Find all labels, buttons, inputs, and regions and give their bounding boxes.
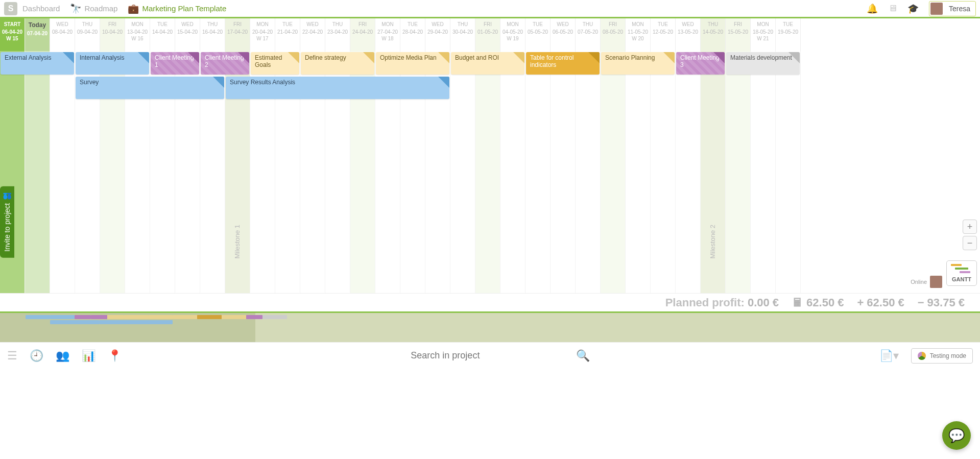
task-bar[interactable]: Define strategy (301, 52, 374, 75)
nav-dashboard-label: Dashboard (22, 4, 60, 13)
timeline-body[interactable]: External AnalysisInternal AnalysisClient… (0, 51, 980, 311)
day-column[interactable]: WED15-04-20 (175, 18, 200, 51)
task-bar[interactable]: Client Meeting 1 (151, 52, 199, 75)
gantt-view-button[interactable]: GANTT (946, 260, 977, 286)
top-header: S Dashboard 🔭 Roadmap 💼 Marketing Plan T… (0, 0, 980, 18)
day-column[interactable]: TUE28-04-20 (400, 18, 425, 51)
task-bar[interactable]: Internal Analysis (76, 52, 149, 75)
day-column[interactable]: TUE19-05-20 (776, 18, 801, 51)
user-menu[interactable]: Teresa (929, 1, 976, 16)
milestone-icon[interactable]: 📍 (108, 349, 122, 363)
nav-dashboard[interactable]: Dashboard (22, 4, 60, 13)
task-bar[interactable]: Survey (76, 77, 224, 99)
task-bar[interactable]: External Analysis (1, 52, 74, 75)
search-icon[interactable]: 🔍 (576, 349, 590, 363)
task-bar[interactable]: Table for control indicators (526, 52, 600, 75)
day-column[interactable]: WED22-04-20 (300, 18, 325, 51)
task-bar[interactable]: Materials development (726, 52, 800, 75)
day-column[interactable]: TUE14-04-20 (150, 18, 175, 51)
avatar (930, 3, 943, 15)
user-name: Teresa (949, 5, 970, 13)
day-column[interactable]: THU07-05-20 (576, 18, 601, 51)
clock-icon[interactable]: 🕘 (30, 349, 43, 363)
list-icon[interactable]: ☰ (7, 349, 17, 363)
day-column[interactable]: WED29-04-20 (425, 18, 450, 51)
monitor-icon[interactable]: 🖥 (888, 3, 897, 14)
planned-profit-value: 0.00 € (748, 296, 779, 309)
day-column[interactable]: THU14-05-20 (701, 18, 726, 51)
day-column[interactable]: MON04-05-20W 19 (500, 18, 525, 51)
minus-icon: − (918, 296, 924, 309)
footer-toolbar: ☰ 🕘 👥 📊 📍 🔍 📄▾ Testing mode (0, 342, 980, 369)
day-column[interactable]: MON20-04-20W 17 (250, 18, 275, 51)
pie-icon (918, 352, 926, 360)
milestone-label: Milestone 1 (233, 225, 241, 258)
day-column[interactable]: WED08-04-20 (50, 18, 75, 51)
day-column[interactable]: FRI10-04-20 (100, 18, 125, 51)
invite-to-project-tab[interactable]: Invite to project 👥 (0, 186, 14, 258)
day-column[interactable]: TUE05-05-20 (525, 18, 551, 51)
plus-value: 62.50 € (867, 296, 904, 309)
task-bar[interactable]: Optimize Media Plan (376, 52, 449, 75)
calculator-icon: 🖩 (792, 296, 803, 309)
day-column[interactable]: Today07-04-20 (25, 18, 50, 51)
day-column[interactable]: FRI01-05-20 (475, 18, 500, 51)
nav-project[interactable]: 💼 Marketing Plan Template (128, 3, 226, 14)
day-column[interactable]: FRI15-05-20 (726, 18, 751, 51)
mini-timeline[interactable] (0, 311, 980, 342)
day-column[interactable]: FRI17-04-20 (225, 18, 250, 51)
milestone-label: Milestone 2 (709, 225, 716, 258)
day-column[interactable]: FRI24-04-20 (350, 18, 375, 51)
testing-mode-button[interactable]: Testing mode (911, 348, 973, 364)
day-column[interactable]: WED13-05-20 (676, 18, 701, 51)
day-column[interactable]: FRI08-05-20 (601, 18, 626, 51)
search-input[interactable] (411, 350, 513, 361)
online-widget[interactable]: Online (911, 276, 942, 288)
day-column[interactable]: MON11-05-20W 20 (626, 18, 651, 51)
task-bar[interactable]: Scenario Planning (601, 52, 675, 75)
zoom-out-button[interactable]: − (963, 236, 977, 250)
task-bar[interactable]: Survey Results Analysis (226, 77, 449, 99)
nav-project-label: Marketing Plan Template (142, 4, 226, 13)
task-bar[interactable]: Budget and ROI (451, 52, 524, 75)
day-column[interactable]: MON27-04-20W 18 (375, 18, 400, 51)
task-bar[interactable]: Client Meeting 3 (676, 52, 725, 75)
profit-bar: Planned profit: 0.00 € 🖩 62.50 € + 62.50… (0, 293, 980, 311)
zoom-in-button[interactable]: + (963, 220, 977, 234)
day-column[interactable]: THU09-04-20 (75, 18, 100, 51)
day-column[interactable]: THU30-04-20 (450, 18, 475, 51)
day-column[interactable]: MON13-04-20W 16 (125, 18, 150, 51)
day-column[interactable]: THU16-04-20 (200, 18, 225, 51)
planned-profit-label: Planned profit: (665, 296, 745, 309)
app-logo[interactable]: S (4, 2, 17, 15)
minus-value: 93.75 € (927, 296, 965, 309)
day-column[interactable]: THU23-04-20 (325, 18, 350, 51)
nav-roadmap[interactable]: 🔭 Roadmap (70, 3, 117, 14)
plus-icon: + (857, 296, 864, 309)
binoculars-icon: 🔭 (70, 3, 81, 14)
day-column[interactable]: MON18-05-20W 21 (751, 18, 776, 51)
task-bar[interactable]: Client Meeting 2 (201, 52, 249, 75)
briefcase-icon: 💼 (128, 3, 139, 14)
dashboard-icon[interactable]: 📊 (82, 349, 95, 363)
gantt-label: GANTT (947, 276, 976, 282)
day-column[interactable]: TUE12-05-20 (651, 18, 676, 51)
avatar (930, 276, 942, 288)
task-bar[interactable]: Estimated Goals (251, 52, 299, 75)
graduation-icon[interactable]: 🎓 (907, 3, 919, 14)
bell-icon[interactable]: 🔔 (867, 3, 878, 14)
nav-roadmap-label: Roadmap (84, 4, 117, 13)
timeline-header: START06-04-20W 15Today07-04-20WED08-04-2… (0, 18, 980, 51)
day-column[interactable]: WED06-05-20 (551, 18, 576, 51)
team-icon[interactable]: 👥 (56, 349, 69, 363)
day-column[interactable]: TUE21-04-20 (275, 18, 300, 51)
document-icon[interactable]: 📄▾ (879, 349, 899, 363)
calc-value: 62.50 € (806, 296, 844, 309)
day-column[interactable]: START06-04-20W 15 (0, 18, 25, 51)
